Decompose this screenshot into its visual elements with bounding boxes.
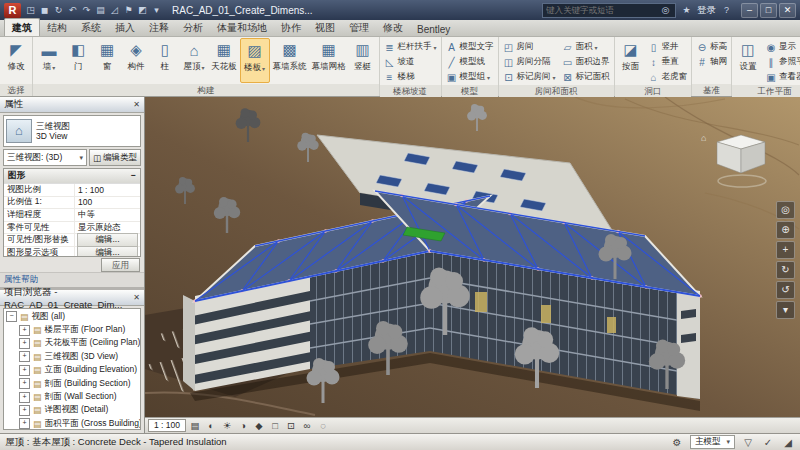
panel-label-opening[interactable]: 洞口 — [615, 85, 692, 97]
detail-level-icon[interactable]: ▤ — [188, 420, 202, 431]
model-canvas[interactable]: ⌂ — [145, 97, 800, 417]
property-row[interactable]: 比例值 1:100 — [4, 197, 140, 210]
apply-button[interactable]: 应用 — [101, 258, 140, 272]
tab-modify[interactable]: 修改 — [376, 19, 410, 36]
model-line-button[interactable]: ╱ 模型线 — [444, 55, 496, 69]
reveal-hidden-icon[interactable]: ◌ — [316, 420, 330, 431]
search-icon[interactable]: ◎ — [659, 5, 672, 15]
design-option-dropdown[interactable]: 主模型 ▾ — [690, 435, 735, 449]
expand-icon[interactable]: + — [19, 365, 30, 376]
save-icon[interactable]: ◼ — [38, 5, 51, 15]
collapse-icon[interactable]: − — [6, 311, 17, 322]
expand-icon[interactable]: + — [19, 338, 30, 349]
stair-button[interactable]: ≡ 楼梯 — [382, 70, 439, 84]
level-button[interactable]: ⊖ 标高 — [694, 40, 729, 54]
shadows-icon[interactable]: ◑ — [236, 420, 250, 431]
by-face-button[interactable]: ◪ 按面 — [617, 38, 645, 84]
edit-type-button[interactable]: ◫ 编辑类型 — [89, 149, 141, 166]
drawing-area[interactable]: ⌂ ◎ ⊕ + ↻ ↺ ▾ 1 : 100 ▤ ◐ ☀ ◑ ◆ □ ⊡ — [145, 97, 800, 433]
ramp-button[interactable]: ◺ 坡道 — [382, 55, 439, 69]
zoom-icon[interactable]: ⊕ — [776, 221, 795, 239]
pan-icon[interactable]: + — [776, 241, 795, 259]
mullion-button[interactable]: ▥ 竖梃 — [349, 38, 377, 83]
rendering-icon[interactable]: ◆ — [252, 420, 266, 431]
sign-in-link[interactable]: 登录 — [697, 4, 716, 17]
component-button[interactable]: ◈ 构件 — [122, 38, 150, 83]
type-selector[interactable]: ⌂ 三维视图 3D View — [3, 115, 141, 147]
close-icon[interactable]: ✕ — [133, 100, 140, 109]
orbit-icon[interactable]: ↻ — [776, 261, 795, 279]
close-icon[interactable]: ✕ — [779, 3, 796, 18]
expand-icon[interactable]: + — [19, 325, 30, 336]
tab-structure[interactable]: 结构 — [40, 19, 74, 36]
search-field[interactable]: ◎ — [542, 3, 676, 18]
redo-icon[interactable]: ↷ — [80, 5, 93, 15]
tag-area-button[interactable]: ⊠ 标记面积 — [560, 70, 612, 84]
tab-manage[interactable]: 管理 — [342, 19, 376, 36]
tag-room-button[interactable]: ⊡ 标记房间 ▾ — [501, 70, 558, 84]
tab-analyze[interactable]: 分析 — [176, 19, 210, 36]
expand-icon[interactable]: + — [19, 351, 30, 362]
railing-button[interactable]: ≣ 栏杆扶手 ▾ — [382, 40, 439, 54]
show-crop-icon[interactable]: ⊡ — [284, 420, 298, 431]
area-boundary-button[interactable]: ▭ 面积边界 — [560, 55, 612, 69]
qat-dropdown-icon[interactable]: ▾ — [150, 5, 163, 15]
rewind-icon[interactable]: ↺ — [776, 281, 795, 299]
tree-item-detail[interactable]: + ▤ 详图视图 (Detail) — [4, 404, 140, 417]
panel-label-select[interactable]: 选择 — [0, 84, 32, 96]
roof-button[interactable]: ⌂ 屋顶▾ — [180, 38, 208, 83]
visual-style-icon[interactable]: ◐ — [204, 420, 218, 431]
wall-button[interactable]: ▬ 墙▾ — [35, 38, 63, 83]
tree-item-building-section[interactable]: + ▤ 剖面 (Building Section) — [4, 377, 140, 390]
curtain-grid-button[interactable]: ▦ 幕墙网格 — [310, 38, 348, 83]
shaft-button[interactable]: ▯ 竖井 — [646, 40, 690, 54]
tree-item-ceiling-plan[interactable]: + ▤ 天花板平面 (Ceiling Plan) — [4, 337, 140, 350]
properties-help-link[interactable]: 属性帮助 — [4, 274, 38, 286]
model-text-button[interactable]: A 模型文字 — [444, 40, 496, 54]
tree-item-wall-section[interactable]: + ▤ 剖面 (Wall Section) — [4, 390, 140, 403]
filter-icon[interactable]: ▽ — [741, 437, 755, 448]
curtain-system-button[interactable]: ▩ 幕墙系统 — [271, 38, 309, 83]
workset-icon[interactable]: ⚙ — [670, 437, 684, 448]
scale-control[interactable]: 1 : 100 — [148, 419, 186, 432]
sun-path-icon[interactable]: ☀ — [220, 420, 234, 431]
open-icon[interactable]: ◳ — [24, 5, 37, 15]
viewer-button[interactable]: ▣ 查看器 — [763, 70, 800, 84]
tab-massing-site[interactable]: 体量和场地 — [210, 19, 274, 36]
edit-button[interactable]: 编辑... — [77, 246, 138, 257]
expand-icon[interactable]: + — [19, 378, 30, 389]
tree-item-floor-plan[interactable]: + ▤ 楼层平面 (Floor Plan) — [4, 323, 140, 336]
show-work-plane-button[interactable]: ◉ 显示 — [763, 40, 800, 54]
steering-wheel-icon[interactable]: ◎ — [776, 201, 795, 219]
help-icon[interactable]: ? — [720, 5, 733, 15]
instance-dropdown[interactable]: 三维视图: (3D) ▾ — [3, 149, 87, 166]
editable-only-icon[interactable]: ✓ — [761, 437, 775, 448]
room-button[interactable]: ◰ 房间 — [501, 40, 558, 54]
tab-view[interactable]: 视图 — [308, 19, 342, 36]
tree-item-building-elevation[interactable]: + ▤ 立面 (Building Elevation) — [4, 364, 140, 377]
expand-icon[interactable]: + — [19, 405, 30, 416]
panel-label-room-area[interactable]: 房间和面积 — [499, 85, 614, 97]
tab-systems[interactable]: 系统 — [74, 19, 108, 36]
dormer-button[interactable]: ⌂ 老虎窗 — [646, 70, 690, 84]
navbar-more-icon[interactable]: ▾ — [776, 301, 795, 319]
app-logo-icon[interactable]: R — [4, 3, 21, 18]
grid-button[interactable]: # 轴网 — [694, 55, 729, 69]
expand-icon[interactable]: + — [19, 418, 30, 429]
crop-view-icon[interactable]: □ — [268, 420, 282, 431]
set-work-plane-button[interactable]: ◫ 设置 — [734, 38, 762, 84]
column-button[interactable]: ▯ 柱 — [151, 38, 179, 83]
default-3d-view-icon[interactable]: ◩ — [136, 5, 149, 15]
tab-collaborate[interactable]: 协作 — [274, 19, 308, 36]
modify-button[interactable]: ◤ 修改 — [2, 38, 30, 83]
expand-icon[interactable]: + — [19, 392, 30, 403]
property-row[interactable]: 视图比例1 : 100 — [4, 184, 140, 197]
tab-bentley[interactable]: Bentley — [410, 22, 457, 36]
search-input[interactable] — [546, 5, 656, 16]
property-row[interactable]: 详细程度中等 — [4, 209, 140, 222]
temporary-hide-icon[interactable]: ∞ — [300, 420, 314, 431]
property-row[interactable]: 图形显示选项编辑... — [4, 247, 140, 257]
tab-annotate[interactable]: 注释 — [142, 19, 176, 36]
window-button[interactable]: ▦ 窗 — [93, 38, 121, 83]
panel-label-work-plane[interactable]: 工作平面 — [732, 85, 800, 97]
